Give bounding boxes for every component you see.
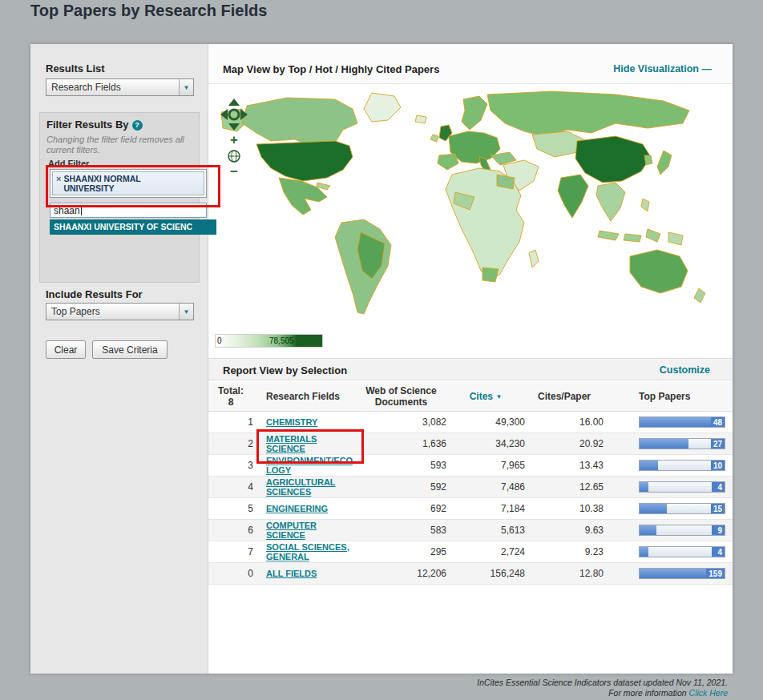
docs-cell: 592: [356, 481, 446, 493]
field-cell: MATERIALS SCIENCE: [260, 434, 356, 454]
top-papers-bar[interactable]: 10: [639, 460, 725, 471]
top-papers-cell: 10: [604, 460, 733, 471]
rank-cell: 3: [208, 460, 260, 471]
top-papers-bar[interactable]: 27: [639, 438, 725, 449]
field-cell: AGRICULTURAL SCIENCES: [260, 477, 356, 497]
sidebar: Results List Research Fields ▼ Filter Re…: [30, 44, 208, 674]
top-papers-bar[interactable]: 9: [639, 525, 725, 536]
top-papers-cell: 48: [604, 416, 733, 428]
map-legend: 0 78,505: [215, 334, 323, 348]
top-papers-value: 4: [712, 547, 725, 557]
click-here-link[interactable]: Click Here: [689, 688, 728, 698]
top-papers-bar-fill: [640, 547, 648, 557]
total-value: 8: [208, 396, 253, 408]
research-field-link[interactable]: COMPUTER SCIENCE: [266, 521, 356, 540]
legend-min-label: 0: [217, 336, 222, 345]
cites-header-label: Cites: [470, 391, 493, 402]
hide-visualization-link[interactable]: Hide Visualization —: [613, 63, 712, 74]
top-papers-bar-fill: [640, 525, 656, 535]
top-papers-bar[interactable]: 4: [639, 481, 725, 493]
field-cell: SOCIAL SCIENCES, GENERAL: [260, 542, 356, 562]
table-row: 4 AGRICULTURAL SCIENCES 592 7,486 12.65 …: [208, 477, 733, 498]
research-field-link[interactable]: SOCIAL SCIENCES, GENERAL: [266, 542, 356, 561]
customize-link[interactable]: Customize: [660, 364, 710, 376]
top-papers-cell: 9: [604, 525, 733, 536]
cites-per-paper-header[interactable]: Cites/Paper: [525, 391, 604, 402]
help-icon[interactable]: ?: [132, 120, 143, 131]
map-title: Map View by Top / Hot / Highly Cited Pap…: [223, 63, 439, 75]
remove-filter-icon[interactable]: ×: [56, 174, 61, 183]
top-papers-value: 27: [711, 439, 725, 449]
globe-icon[interactable]: [228, 150, 240, 163]
results-table: Total: 8 Research Fields Web of Science …: [208, 382, 733, 585]
top-papers-bar[interactable]: 15: [639, 503, 725, 514]
main-panel: Results List Research Fields ▼ Filter Re…: [30, 44, 733, 674]
research-field-link[interactable]: ENVIRONMENT/ECOLOGY: [266, 456, 356, 475]
rank-cell: 5: [208, 503, 260, 514]
chevron-down-icon[interactable]: ▼: [179, 79, 193, 95]
research-field-link[interactable]: MATERIALS SCIENCE: [266, 434, 356, 453]
include-results-select[interactable]: Top Papers ▼: [46, 303, 194, 320]
rank-cell: 1: [208, 416, 260, 428]
top-papers-bar[interactable]: 4: [639, 546, 725, 557]
zoom-out-button[interactable]: −: [230, 167, 238, 178]
cites-cell: 156,248: [446, 568, 525, 579]
top-papers-cell: 4: [604, 546, 733, 557]
cites-per-paper-cell: 20.92: [525, 438, 604, 449]
results-list-select[interactable]: Research Fields ▼: [46, 78, 194, 96]
table-row: 5 ENGINEERING 692 7,184 10.38 15: [208, 498, 733, 520]
research-fields-header[interactable]: Research Fields: [260, 391, 356, 402]
cites-cell: 49,300: [446, 416, 525, 428]
table-row: 1 CHEMISTRY 3,082 49,300 16.00 48: [208, 412, 733, 433]
cites-per-paper-cell: 9.63: [525, 525, 604, 536]
table-row: 2 MATERIALS SCIENCE 1,636 34,230 20.92 2…: [208, 433, 733, 455]
results-list-label: Results List: [46, 62, 105, 74]
cites-cell: 7,486: [446, 481, 525, 493]
cites-header[interactable]: Cites ▼: [446, 391, 525, 403]
docs-cell: 692: [356, 503, 446, 514]
filter-note: Changing the filter field removes all cu…: [46, 135, 191, 155]
cites-per-paper-cell: 16.00: [525, 416, 604, 428]
content-area: Map View by Top / Hot / Highly Cited Pap…: [208, 44, 733, 674]
footer: InCites Essential Science Indicators dat…: [477, 678, 728, 698]
top-papers-cell: 27: [604, 438, 733, 449]
filter-search-input[interactable]: shaan: [50, 203, 207, 218]
top-papers-bar-fill: [640, 504, 667, 513]
wos-documents-header[interactable]: Web of Science Documents: [356, 385, 446, 408]
footer-more-info-text: For more information: [608, 688, 686, 698]
research-field-link[interactable]: CHEMISTRY: [266, 417, 317, 427]
rank-cell: 0: [208, 568, 260, 579]
top-papers-bar[interactable]: 159: [639, 568, 725, 579]
top-papers-bar[interactable]: 48: [639, 416, 725, 428]
top-papers-header[interactable]: Top Papers: [604, 391, 733, 402]
top-papers-bar-fill: [640, 461, 658, 470]
table-row: 0 ALL FIELDS 12,206 156,248 12.80 159: [208, 563, 733, 585]
top-papers-value: 4: [712, 482, 725, 492]
top-papers-value: 48: [711, 417, 725, 427]
rank-cell: 4: [208, 481, 260, 493]
table-row: 3 ENVIRONMENT/ECOLOGY 593 7,965 13.43 10: [208, 455, 733, 477]
save-criteria-button[interactable]: Save Criteria: [92, 340, 168, 359]
rank-cell: 7: [208, 546, 260, 557]
field-cell: ALL FIELDS: [260, 568, 356, 579]
research-field-link[interactable]: AGRICULTURAL SCIENCES: [266, 477, 356, 497]
research-field-link[interactable]: ALL FIELDS: [266, 569, 317, 578]
table-row: 7 SOCIAL SCIENCES, GENERAL 295 2,724 9.2…: [208, 541, 733, 563]
map-controls: + −: [220, 99, 248, 178]
filter-results-by-text: Filter Results By: [46, 119, 129, 131]
chevron-down-icon[interactable]: ▼: [179, 304, 193, 320]
zoom-in-button[interactable]: +: [230, 135, 238, 146]
selected-filter-tag[interactable]: × SHAANXI NORMAL UNIVERSITY: [52, 171, 204, 195]
docs-cell: 1,636: [356, 438, 446, 449]
pan-compass-icon[interactable]: [220, 99, 248, 131]
table-header-row: Total: 8 Research Fields Web of Science …: [208, 382, 733, 412]
footer-more-info: For more information Click Here: [477, 688, 728, 698]
clear-button[interactable]: Clear: [46, 340, 86, 359]
filter-suggestion-item[interactable]: SHAANXI UNIVERSITY OF SCIENC: [50, 219, 216, 235]
sort-desc-icon: ▼: [495, 393, 502, 400]
world-map-svg[interactable]: [215, 88, 720, 320]
total-label: Total:: [208, 385, 253, 396]
legend-max-label: 78,505: [269, 336, 294, 345]
map-header: Map View by Top / Hot / Highly Cited Pap…: [208, 44, 733, 84]
research-field-link[interactable]: ENGINEERING: [266, 504, 328, 513]
